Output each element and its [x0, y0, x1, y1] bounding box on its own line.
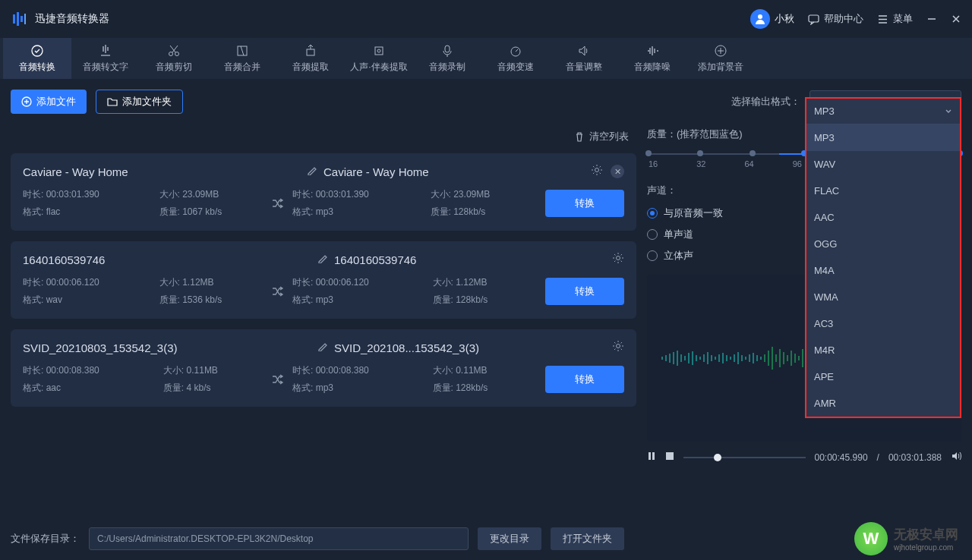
bgm-icon	[714, 44, 727, 58]
svg-rect-76	[649, 452, 651, 460]
svg-rect-2	[21, 16, 23, 22]
audio-player: 00:00:45.990 / 00:03:01.388	[647, 451, 961, 464]
output-name: SVID_202108...153542_3(3)	[334, 341, 479, 354]
add-folder-button[interactable]: 添加文件夹	[96, 90, 183, 114]
quality-tick[interactable]	[645, 150, 652, 156]
plus-circle-icon	[21, 96, 32, 107]
svg-point-19	[617, 344, 620, 348]
save-path-input[interactable]: C:/Users/Administrator.DESKTOP-EPL3K2N/D…	[89, 527, 469, 550]
output-meta: 时长: 00:00:08.380大小: 0.11MB 格式: mp3质量: 12…	[292, 364, 532, 395]
settings-icon[interactable]	[612, 252, 624, 267]
add-file-button[interactable]: 添加文件	[11, 90, 87, 114]
format-dropdown-selected[interactable]: MP3	[806, 99, 960, 124]
edit-icon[interactable]	[317, 341, 328, 354]
speech-icon	[99, 44, 112, 58]
input-meta: 时长: 00:00:06.120大小: 1.12MB 格式: wav质量: 15…	[23, 276, 262, 307]
quality-tick[interactable]	[697, 150, 703, 156]
tab-denoise[interactable]: 音频降噪	[618, 38, 686, 79]
close-button[interactable]	[951, 14, 961, 24]
mic-icon	[440, 44, 454, 58]
save-dir-label: 文件保存目录：	[11, 532, 80, 546]
edit-icon[interactable]	[317, 253, 328, 266]
change-dir-button[interactable]: 更改目录	[478, 527, 541, 550]
format-option[interactable]: WAV	[806, 151, 960, 178]
cut-icon	[167, 44, 181, 58]
output-meta: 时长: 00:03:01.390大小: 23.09MB 格式: mp3质量: 1…	[292, 188, 532, 219]
user-name: 小秋	[775, 12, 794, 26]
logo-icon	[11, 11, 27, 27]
format-option[interactable]: FLAC	[806, 178, 960, 204]
tab-mic[interactable]: 音频录制	[413, 38, 481, 79]
title-bar: 迅捷音频转换器 小秋 帮助中心 菜单	[0, 0, 972, 38]
file-card: SVID_20210803_153542_3(3) SVID_202108...…	[11, 329, 636, 407]
watermark: W 无极安卓网 wjhotelgroup.com	[854, 522, 958, 555]
tab-bgm[interactable]: 添加背景音	[686, 38, 755, 79]
svg-rect-1	[17, 12, 19, 26]
help-center-button[interactable]: 帮助中心	[808, 12, 863, 26]
svg-point-4	[758, 14, 762, 19]
tab-convert[interactable]: 音频转换	[3, 38, 71, 79]
stop-button[interactable]	[665, 451, 674, 463]
file-list-pane: 清空列表 Caviare - Way Home Caviare - Way Ho…	[11, 124, 636, 518]
convert-button[interactable]: 转换	[545, 190, 624, 217]
format-option[interactable]: APE	[806, 363, 960, 390]
svg-point-17	[595, 168, 599, 172]
format-option[interactable]: AMR	[806, 390, 960, 417]
format-option[interactable]: WMA	[806, 284, 960, 310]
settings-icon[interactable]	[591, 164, 603, 179]
edit-icon[interactable]	[307, 165, 317, 178]
format-option[interactable]: MP3	[806, 124, 960, 151]
format-option[interactable]: M4R	[806, 337, 960, 363]
tab-cut[interactable]: 音频剪切	[140, 38, 208, 79]
format-option[interactable]: AAC	[806, 204, 960, 231]
tab-speech[interactable]: 音频转文字	[71, 38, 140, 79]
tab-speed[interactable]: 音频变速	[481, 38, 550, 79]
quality-tick[interactable]	[750, 150, 756, 156]
format-dropdown: MP3 MP3WAVFLACAACOGGM4AWMAAC3M4RAPEAMR	[805, 97, 961, 418]
file-name: Caviare - Way Home	[23, 165, 307, 178]
swap-icon[interactable]	[262, 373, 292, 386]
output-meta: 时长: 00:00:06.120大小: 1.12MB 格式: mp3质量: 12…	[292, 276, 532, 307]
swap-icon[interactable]	[262, 197, 292, 210]
svg-rect-77	[652, 452, 655, 460]
svg-rect-11	[375, 47, 383, 55]
output-name: Caviare - Way Home	[323, 165, 429, 178]
volume-button[interactable]	[951, 451, 961, 464]
file-card: Caviare - Way Home Caviare - Way Home ✕ …	[11, 153, 636, 231]
user-section[interactable]: 小秋	[750, 9, 794, 29]
tab-volume[interactable]: 音量调整	[550, 38, 618, 79]
pause-button[interactable]	[647, 451, 656, 463]
convert-button[interactable]: 转换	[545, 278, 624, 305]
svg-rect-78	[666, 452, 674, 460]
convert-button[interactable]: 转换	[545, 366, 624, 393]
menu-button[interactable]: 菜单	[877, 12, 913, 26]
tab-merge[interactable]: 音频合并	[208, 38, 276, 79]
clear-list-button[interactable]: 清空列表	[11, 124, 636, 149]
settings-icon[interactable]	[612, 340, 624, 355]
time-current: 00:00:45.990	[815, 452, 868, 463]
minimize-button[interactable]	[926, 14, 937, 24]
file-name: 1640160539746	[23, 253, 317, 266]
remove-icon[interactable]: ✕	[611, 165, 624, 178]
extract-icon	[304, 44, 317, 58]
avatar-icon	[750, 9, 770, 29]
app-logo: 迅捷音频转换器	[11, 11, 109, 27]
file-name: SVID_20210803_153542_3(3)	[23, 341, 317, 354]
svg-rect-13	[445, 46, 450, 52]
svg-rect-5	[809, 15, 819, 22]
chat-icon	[808, 14, 819, 25]
volume-icon	[577, 44, 591, 58]
format-option[interactable]: M4A	[806, 257, 960, 284]
open-folder-button[interactable]: 打开文件夹	[551, 527, 624, 550]
trash-icon	[574, 131, 585, 142]
svg-point-8	[175, 52, 179, 55]
svg-rect-0	[13, 14, 15, 24]
progress-bar[interactable]	[683, 457, 806, 458]
output-format-label: 选择输出格式：	[731, 95, 800, 109]
output-name: 1640160539746	[334, 253, 416, 266]
format-option[interactable]: OGG	[806, 231, 960, 257]
swap-icon[interactable]	[262, 285, 292, 298]
tab-voice[interactable]: 人声·伴奏提取	[345, 38, 413, 79]
tab-extract[interactable]: 音频提取	[276, 38, 345, 79]
format-option[interactable]: AC3	[806, 310, 960, 337]
